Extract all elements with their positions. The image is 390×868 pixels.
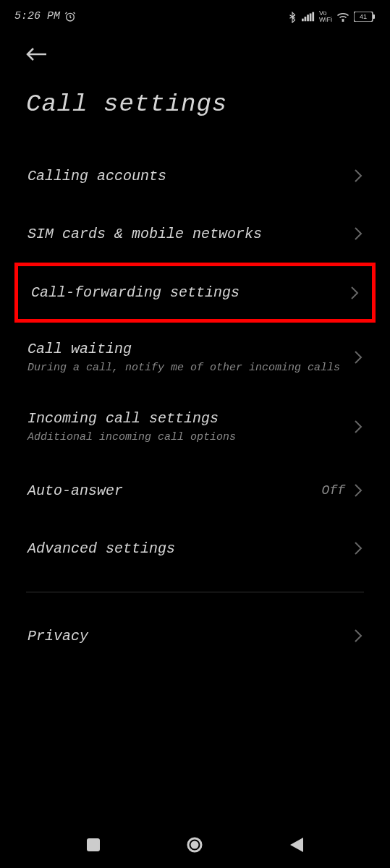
chevron-right-icon [354,350,363,365]
item-title: Calling accounts [27,168,354,184]
bluetooth-icon [287,10,297,23]
list-item-calling-accounts[interactable]: Calling accounts [0,147,390,205]
svg-rect-10 [87,838,100,851]
list-item-auto-answer[interactable]: Auto-answer Off [0,461,390,519]
item-title: Privacy [27,628,354,644]
circle-icon [186,836,203,854]
item-title: Advanced settings [27,540,354,557]
svg-point-12 [192,842,198,848]
chevron-right-icon [354,541,363,556]
status-bar-left: 5:26 PM [14,10,76,22]
item-title: Incoming call settings [27,410,354,427]
svg-rect-3 [307,14,309,21]
battery-icon: 41 [354,12,376,22]
chevron-right-icon [354,629,363,643]
status-bar-right: VoWiFi 41 [287,10,376,23]
item-title: Auto-answer [27,482,322,499]
svg-text:41: 41 [360,13,367,20]
triangle-left-icon [290,838,303,852]
status-bar: 5:26 PM VoWiFi 41 [0,0,390,33]
list-item-call-forwarding[interactable]: Call-forwarding settings [14,263,376,323]
item-title: SIM cards & mobile networks [27,226,354,242]
item-title: Call-forwarding settings [31,284,350,301]
svg-rect-1 [302,18,304,21]
vowifi-label: VoWiFi [319,10,332,23]
signal-icon [302,12,315,22]
chevron-right-icon [354,226,363,241]
nav-home-button[interactable] [186,836,203,857]
nav-back-button[interactable] [290,838,303,856]
item-value: Off [322,483,345,498]
svg-rect-2 [305,17,307,21]
page-title: Call settings [0,72,390,147]
svg-rect-8 [373,14,375,19]
item-subtitle: Additional incoming call options [27,431,354,443]
settings-list: Calling accounts SIM cards & mobile netw… [0,147,390,665]
chevron-right-icon [354,483,363,498]
chevron-right-icon [354,420,363,434]
svg-rect-4 [310,13,312,21]
list-item-privacy[interactable]: Privacy [0,607,390,665]
item-title: Call waiting [27,341,354,357]
chevron-right-icon [350,286,359,300]
list-item-sim-networks[interactable]: SIM cards & mobile networks [0,205,390,263]
svg-point-6 [342,20,344,22]
nav-recent-button[interactable] [87,838,100,855]
back-button[interactable] [0,33,390,72]
square-icon [87,838,100,851]
alarm-icon [64,11,76,22]
arrow-left-icon [26,47,48,61]
svg-rect-5 [312,12,314,21]
list-item-incoming-call[interactable]: Incoming call settings Additional incomi… [0,392,390,461]
item-subtitle: During a call, notify me of other incomi… [27,362,354,374]
wifi-icon [336,12,349,22]
navigation-bar [0,825,390,868]
status-time: 5:26 PM [14,10,60,22]
chevron-right-icon [354,169,363,183]
section-divider [26,592,364,592]
list-item-call-waiting[interactable]: Call waiting During a call, notify me of… [0,323,390,392]
list-item-advanced-settings[interactable]: Advanced settings [0,519,390,577]
